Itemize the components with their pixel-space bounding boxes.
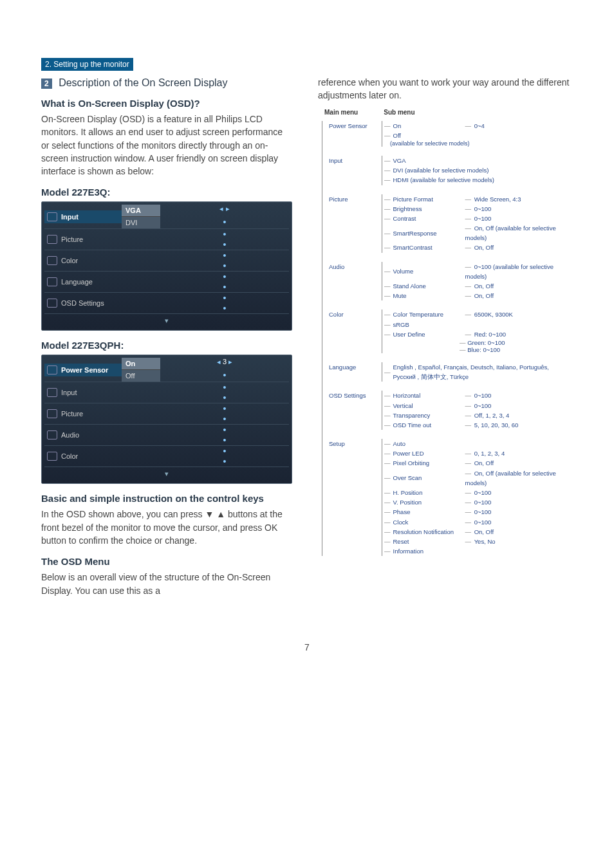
osd-item[interactable]: Power Sensor bbox=[44, 364, 122, 376]
tree-sub-value: Red: 0~100 bbox=[465, 329, 507, 339]
osd-item-label: Input bbox=[61, 389, 77, 396]
osd-footer-arrow[interactable]: ▾ bbox=[44, 314, 289, 328]
tree-sub-label: Pixel Orbiting bbox=[393, 458, 465, 468]
tree-sub-label: OSD Time out bbox=[393, 420, 465, 430]
osd-item-icon bbox=[47, 452, 57, 461]
tree-main-item: OSD Settings Horizontal 0~100 Vertical 0… bbox=[329, 391, 573, 430]
tree-sub-item: Contrast 0~100 bbox=[382, 214, 573, 223]
tree-sub-value: On, Off bbox=[465, 291, 494, 300]
tree-main-label: Input bbox=[329, 156, 384, 164]
tree-sub-label: Over Scan bbox=[393, 473, 465, 483]
tree-sub-label: Resolution Notification bbox=[393, 527, 465, 537]
tree-main-item: Language English , Español, Français, De… bbox=[329, 362, 573, 382]
osd-footer-arrow[interactable]: ▾ bbox=[44, 467, 289, 481]
tree-sub-item: User Define Red: 0~100 bbox=[382, 329, 513, 339]
section-heading: 2 Description of the On Screen Display bbox=[41, 77, 292, 89]
model1-heading: Model 227E3Q: bbox=[41, 187, 292, 198]
osd-item[interactable]: Picture bbox=[44, 233, 122, 246]
osd-item-icon bbox=[47, 235, 57, 244]
osd-item[interactable]: Input bbox=[44, 210, 122, 223]
tree-sub-value: On, Off (available for selective models) bbox=[465, 468, 573, 488]
tree-sub-label: Clock bbox=[393, 517, 465, 527]
tree-sub-item: H. Position 0~100 bbox=[382, 488, 573, 497]
tree-sub-item: HDMI (available for selective models) bbox=[382, 175, 494, 185]
section-title: Description of the On Screen Display bbox=[59, 77, 227, 88]
tree-sub-label: English , Español, Français, Deutsch, It… bbox=[393, 362, 573, 382]
tree-sub-label: User Define bbox=[393, 329, 465, 339]
tree-sub-item: Over Scan On, Off (available for selecti… bbox=[382, 468, 573, 488]
tree-sub-value: Off, 1, 2, 3, 4 bbox=[465, 411, 510, 420]
tree-sub-value: 0~100 bbox=[465, 204, 492, 214]
tree-sub-item: Picture Format Wide Screen, 4:3 bbox=[382, 194, 573, 204]
tree-sub-label: Auto bbox=[393, 439, 465, 448]
osd-tree: Power Sensor On 0~4 Off (available for s… bbox=[322, 121, 573, 557]
osd-item[interactable]: Language bbox=[44, 275, 122, 288]
tree-sub-label: DVI (available for selective models) bbox=[393, 165, 489, 175]
header-main: Main menu bbox=[324, 109, 358, 116]
tree-sub-label: SmartContrast bbox=[393, 243, 465, 252]
osd-item-icon bbox=[47, 409, 57, 418]
tree-sub-item: Stand Alone On, Off bbox=[382, 281, 573, 291]
menu-paragraph: Below is an overall view of the structur… bbox=[41, 571, 292, 597]
osd-option[interactable]: DVI bbox=[122, 217, 160, 228]
osd-item-icon bbox=[47, 430, 57, 439]
osd-item-label: OSD Settings bbox=[61, 299, 104, 307]
tree-sub-label: Contrast bbox=[393, 214, 465, 223]
tree-sub-item: VGA bbox=[382, 156, 494, 165]
right-intro: reference when you want to work your way… bbox=[318, 76, 573, 102]
what-is-paragraph: On-Screen Display (OSD) is a feature in … bbox=[41, 113, 292, 178]
tree-sub-item: Reset Yes, No bbox=[382, 537, 573, 546]
osd-item[interactable]: Picture bbox=[44, 407, 122, 420]
osd-item-label: Color bbox=[61, 452, 78, 460]
tree-sub-label: Color Temperature bbox=[393, 309, 465, 319]
tree-sub-label: sRGB bbox=[393, 320, 465, 329]
tree-sub-label: HDMI (available for selective models) bbox=[393, 175, 494, 185]
osd-item[interactable]: OSD Settings bbox=[44, 297, 122, 309]
tree-sub-item: Off bbox=[382, 131, 485, 140]
tree-main-label: Color bbox=[329, 309, 384, 318]
osd-item[interactable]: Input bbox=[44, 386, 122, 399]
tree-sub-label: VGA bbox=[393, 156, 465, 165]
tree-sub-value: 0~100 bbox=[465, 401, 492, 411]
osd-item-icon bbox=[47, 277, 57, 286]
tree-sub-item: Volume 0~100 (available for selective mo… bbox=[382, 262, 573, 281]
tree-sub-item: Power LED 0, 1, 2, 3, 4 bbox=[382, 448, 573, 458]
osd-item[interactable]: Color bbox=[44, 254, 122, 267]
osd-item-label: Language bbox=[61, 278, 93, 286]
osd-item-label: Input bbox=[61, 213, 79, 221]
tree-sub-item: Auto bbox=[382, 439, 573, 448]
tree-sub-label: V. Position bbox=[393, 497, 465, 507]
osd-option[interactable]: Off bbox=[122, 370, 160, 382]
tree-sub-item: Brightness 0~100 bbox=[382, 204, 573, 214]
tree-sub-label: On bbox=[393, 121, 465, 131]
tree-sub-label: Brightness bbox=[393, 204, 465, 214]
tree-sub-value: 0~4 bbox=[465, 121, 485, 131]
tree-sub-value: 0~100 bbox=[465, 214, 492, 223]
tree-sub-item: SmartContrast On, Off bbox=[382, 243, 573, 252]
osd-option-selected[interactable]: VGA bbox=[122, 205, 160, 217]
tree-sub-value: On, Off (available for selective models) bbox=[465, 223, 573, 243]
tree-sub-value: 0~100 bbox=[465, 391, 492, 400]
keys-heading: Basic and simple instruction on the cont… bbox=[41, 493, 292, 504]
osd-item-label: Power Sensor bbox=[61, 366, 108, 374]
tree-sub-label: Stand Alone bbox=[393, 281, 465, 291]
tree-sub-item: V. Position 0~100 bbox=[382, 497, 573, 507]
tree-main-item: Color Color Temperature 6500K, 9300K sRG… bbox=[329, 309, 573, 353]
page-number: 7 bbox=[0, 642, 614, 652]
tree-sub-label: Mute bbox=[393, 291, 465, 300]
tree-sub-item: Horizontal 0~100 bbox=[382, 391, 518, 400]
osd-item[interactable]: Audio bbox=[44, 429, 122, 441]
osd-panel-1: Input VGA ◂ ▸ DVI Picture bbox=[41, 201, 292, 331]
tree-sub-label: Volume bbox=[393, 266, 465, 276]
osd-option-selected[interactable]: On bbox=[122, 358, 160, 370]
tree-main-label: OSD Settings bbox=[329, 391, 384, 399]
tree-sub-value: 0~100 bbox=[465, 497, 492, 507]
tree-sub-value: On, Off bbox=[465, 458, 494, 468]
tree-sub-item: Clock 0~100 bbox=[382, 517, 573, 527]
tree-sub-value: 0~100 bbox=[465, 517, 492, 527]
tree-sub-value: On, Off bbox=[465, 527, 494, 537]
tree-sub-value: 5, 10, 20, 30, 60 bbox=[465, 420, 519, 430]
osd-item[interactable]: Color bbox=[44, 450, 122, 463]
tree-sub-label: Picture Format bbox=[393, 194, 465, 204]
tree-main-item: Picture Picture Format Wide Screen, 4:3 … bbox=[329, 194, 573, 253]
